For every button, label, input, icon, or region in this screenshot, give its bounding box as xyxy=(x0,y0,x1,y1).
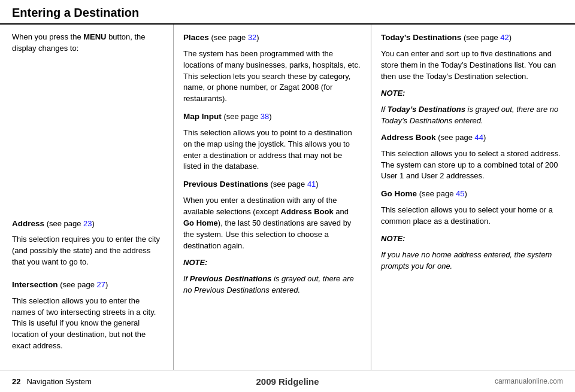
note2-label: NOTE: xyxy=(381,234,405,243)
map-input-title: Map Input xyxy=(183,112,222,121)
address-book-title: Address Book xyxy=(381,133,436,142)
note1-label: NOTE: xyxy=(381,89,405,98)
spacer xyxy=(12,59,164,218)
page-container: Entering a Destination When you press th… xyxy=(0,0,575,392)
todays-dest-title: Today’s Destinations xyxy=(381,33,461,42)
todays-dest-note: NOTE: If Today’s Destinations is grayed … xyxy=(381,88,565,127)
prev-dest-note: NOTE: If Previous Destinations is grayed… xyxy=(183,257,361,296)
map-input-page-link[interactable]: 38 xyxy=(261,112,269,121)
places-title: Places xyxy=(183,33,209,42)
places-page-prefix: see page xyxy=(214,33,248,42)
todays-dest-title-line: Today’s Destinations (see page 42) xyxy=(381,32,565,44)
intersection-title-line: Intersection (see page 27) xyxy=(12,279,164,291)
address-page-prefix-text: see page xyxy=(49,219,83,228)
go-home-page-link[interactable]: 45 xyxy=(456,189,464,198)
prev-dest-page-link[interactable]: 41 xyxy=(307,180,316,189)
address-body: This selection requires you to enter the… xyxy=(12,234,164,268)
intersection-body: This selection allows you to enter the n… xyxy=(12,296,164,352)
note1-bold: Today’s Destinations xyxy=(388,105,465,114)
todays-dest-body: You can enter and sort up to five destin… xyxy=(381,48,565,83)
address-title-line: Address (see page 23) xyxy=(12,218,164,230)
places-body: The system has been programmed with the … xyxy=(183,48,361,105)
prev-dest-page-prefix: see page xyxy=(273,180,307,189)
note-label: NOTE: xyxy=(183,258,207,267)
prev-dest-title: Previous Destinations xyxy=(183,180,268,189)
address-paren: ) xyxy=(92,219,95,228)
footer-page-num: 22 xyxy=(12,377,20,386)
prev-dest-section: Previous Destinations (see page 41) When… xyxy=(183,178,361,251)
places-title-line: Places (see page 32) xyxy=(183,32,361,44)
go-home-page-prefix: see page xyxy=(422,189,456,198)
intersection-paren2: ) xyxy=(105,280,108,289)
map-input-body: This selection allows you to point to a … xyxy=(183,127,361,172)
note-bold: Previous Destinations xyxy=(190,274,272,283)
intersection-page-link[interactable]: 27 xyxy=(97,280,105,289)
address-book-title-line: Address Book (see page 44) xyxy=(381,132,565,144)
map-input-title-line: Map Input (see page 38) xyxy=(183,111,361,123)
footer-left: 22 Navigation System xyxy=(12,377,92,386)
note-text-if: If xyxy=(183,274,190,283)
menu-word: MENU xyxy=(83,32,106,41)
page-footer: 22 Navigation System 2009 Ridgeline carm… xyxy=(0,370,575,392)
intersection-title: Intersection xyxy=(12,280,58,289)
address-title: Address xyxy=(12,219,44,228)
page-header: Entering a Destination xyxy=(0,0,575,25)
prev-dest-bold2: Go Home xyxy=(183,218,218,227)
intersection-section: Intersection (see page 27) This selectio… xyxy=(12,279,164,357)
note1-label-line: NOTE: xyxy=(381,88,565,99)
places-page-link[interactable]: 32 xyxy=(248,33,256,42)
col-right: Today’s Destinations (see page 42) You c… xyxy=(371,25,575,370)
todays-dest-page-link[interactable]: 42 xyxy=(500,33,509,42)
todays-dest-section: Today’s Destinations (see page 42) You c… xyxy=(381,32,565,82)
intersection-page-prefix: see page xyxy=(63,280,97,289)
address-book-body: This selection allows you to select a st… xyxy=(381,148,565,183)
address-book-section: Address Book (see page 44) This selectio… xyxy=(381,132,565,182)
go-home-body: This selection allows you to select your… xyxy=(381,205,565,227)
footer-nav-system: Navigation System xyxy=(26,377,91,386)
map-input-section: Map Input (see page 38) This selection a… xyxy=(183,111,361,172)
todays-dest-page-prefix: see page xyxy=(466,33,500,42)
note1-text-block: If Today’s Destinations is grayed out, t… xyxy=(381,104,565,127)
prev-dest-body2: and xyxy=(334,207,349,216)
prev-dest-title-line: Previous Destinations (see page 41) xyxy=(183,178,361,190)
go-home-title: Go Home xyxy=(381,189,417,198)
note-label-line: NOTE: xyxy=(183,257,361,269)
address-book-page-prefix: see page xyxy=(441,133,475,142)
col-middle: Places (see page 32) The system has been… xyxy=(174,25,371,370)
go-home-title-line: Go Home (see page 45) xyxy=(381,188,565,200)
col-left: When you press the MENU button, the disp… xyxy=(0,25,174,370)
address-section: Address (see page 23) This selection req… xyxy=(12,218,164,273)
address-book-page-link[interactable]: 44 xyxy=(475,133,483,142)
note2-label-line: NOTE: xyxy=(381,233,565,245)
page-title: Entering a Destination xyxy=(12,6,139,19)
note1-if: If xyxy=(381,105,388,114)
prev-dest-bold1: Address Book xyxy=(281,207,334,216)
footer-right-text: carmanualonline.com xyxy=(495,377,563,385)
prev-dest-body: When you enter a destination with any of… xyxy=(183,195,361,251)
footer-center-text: 2009 Ridgeline xyxy=(256,376,319,387)
content-area: When you press the MENU button, the disp… xyxy=(0,25,575,370)
note2-text: If you have no home address entered, the… xyxy=(381,250,565,272)
address-page-link[interactable]: 23 xyxy=(83,219,92,228)
map-input-page-prefix: see page xyxy=(226,112,261,121)
intro-prefix: When you press the xyxy=(12,32,83,41)
go-home-section: Go Home (see page 45) This selection all… xyxy=(381,188,565,227)
intro-text: When you press the MENU button, the disp… xyxy=(12,32,164,54)
go-home-note: NOTE: If you have no home address entere… xyxy=(381,233,565,272)
places-section: Places (see page 32) The system has been… xyxy=(183,32,361,105)
note-text-block: If Previous Destinations is grayed out, … xyxy=(183,274,361,296)
